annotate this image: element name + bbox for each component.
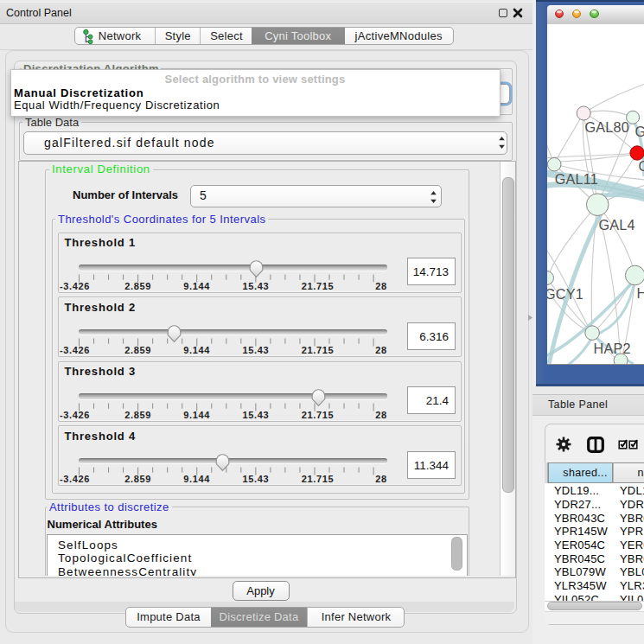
svg-text:C: C (638, 157, 644, 173)
svg-text:GAL4: GAL4 (598, 217, 634, 233)
svg-text:GCY1: GCY1 (547, 286, 583, 302)
svg-text:GAL80: GAL80 (584, 118, 628, 134)
svg-text:GAL11: GAL11 (554, 171, 597, 187)
svg-text:HAP2: HAP2 (593, 340, 630, 355)
svg-text:H: H (636, 285, 644, 301)
svg-text:G: G (634, 124, 644, 139)
